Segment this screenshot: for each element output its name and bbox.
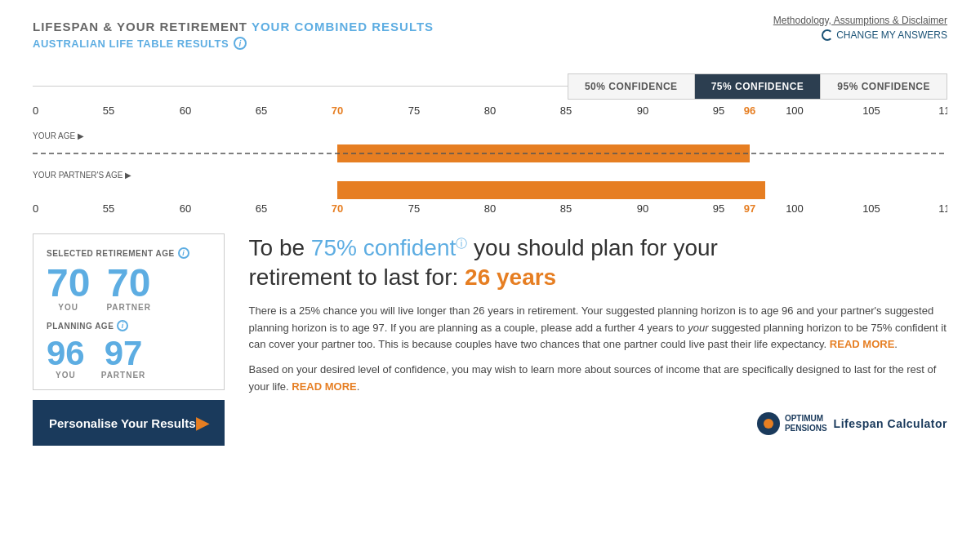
age-label-top-110: 110 bbox=[938, 104, 947, 117]
age-label-bot-105: 105 bbox=[862, 202, 880, 214]
tab-50-confidence[interactable]: 50% CONFIDENCE bbox=[568, 74, 695, 99]
refresh-icon bbox=[822, 29, 833, 41]
read-more-2-link[interactable]: READ MORE bbox=[292, 380, 356, 393]
retirement-ages: 70 YOU 70 PARTNER bbox=[47, 264, 211, 312]
personalise-button[interactable]: Personalise Your Results ▶ bbox=[33, 400, 225, 446]
age-label-top-95: 95 bbox=[713, 104, 724, 117]
age-label-top-90: 90 bbox=[637, 104, 648, 117]
age-label-bot-110: 110 bbox=[938, 202, 947, 214]
bottom-section: SELECTED RETIREMENT AGE i 70 YOU 70 PART… bbox=[33, 233, 947, 446]
age-label-bot-100: 100 bbox=[786, 202, 804, 214]
years-highlight: 26 years bbox=[465, 264, 556, 290]
age-label-bot-75: 75 bbox=[408, 202, 420, 214]
age-label-bot-80: 80 bbox=[484, 202, 496, 214]
planning-ages: 96 YOU 97 PARTNER bbox=[47, 336, 211, 380]
age-label-top-55: 55 bbox=[103, 104, 114, 117]
subtitle-info-icon[interactable]: i bbox=[234, 37, 247, 50]
partner-age-bar bbox=[337, 181, 765, 199]
age-label-top-65: 65 bbox=[256, 104, 267, 117]
product-name: Lifespan Calculator bbox=[834, 417, 947, 430]
timeline-section: 50 55 60 65 70 75 80 85 90 95 96 100 105… bbox=[33, 100, 947, 217]
age-label-top-80: 80 bbox=[484, 104, 496, 117]
company-name: OPTIMUMPENSIONS bbox=[785, 414, 827, 433]
planning-age-partner: 97 PARTNER bbox=[101, 336, 146, 380]
retirement-info-icon[interactable]: i bbox=[178, 247, 189, 259]
logo-circle-inner bbox=[764, 419, 773, 429]
age-label-top-85: 85 bbox=[560, 104, 572, 117]
confidence-tabs: 50% CONFIDENCE 75% CONFIDENCE 95% CONFID… bbox=[568, 73, 947, 100]
arrow-right-icon: ▶ bbox=[196, 413, 208, 433]
age-label-bot-55: 55 bbox=[103, 202, 114, 214]
page-container: Methodology, Assumptions & Disclaimer CH… bbox=[0, 0, 980, 551]
age-label-top-105: 105 bbox=[862, 104, 880, 117]
planning-age-you: 96 YOU bbox=[47, 336, 85, 380]
planning-age-label: PLANNING AGE i bbox=[47, 320, 211, 331]
read-more-1-link[interactable]: READ MORE bbox=[830, 338, 894, 350]
age-label-bot-65: 65 bbox=[256, 202, 267, 214]
age-label-bot-97: 97 bbox=[744, 202, 755, 214]
age-label-bot-90: 90 bbox=[637, 202, 648, 214]
age-label-bot-85: 85 bbox=[560, 202, 572, 214]
left-panel: SELECTED RETIREMENT AGE i 70 YOU 70 PART… bbox=[33, 233, 225, 446]
age-label-top-60: 60 bbox=[180, 104, 191, 117]
age-label-bot-70: 70 bbox=[332, 202, 343, 214]
your-age-label: YOUR AGE ▶ bbox=[33, 131, 84, 140]
age-label-bot-50: 50 bbox=[33, 202, 38, 214]
planning-info-icon[interactable]: i bbox=[117, 320, 128, 331]
timeline-svg: 50 55 60 65 70 75 80 85 90 95 96 100 105… bbox=[33, 100, 947, 214]
description-1: There is a 25% chance you will live long… bbox=[249, 303, 947, 353]
selected-retirement-label: SELECTED RETIREMENT AGE i bbox=[47, 247, 211, 259]
optimum-pensions-logo: OPTIMUMPENSIONS bbox=[757, 412, 827, 435]
partner-age-label: YOUR PARTNER'S AGE ▶ bbox=[33, 171, 131, 180]
age-label-top-100: 100 bbox=[786, 104, 804, 117]
retirement-age-partner: 70 PARTNER bbox=[106, 264, 151, 312]
retirement-age-you: 70 YOU bbox=[47, 264, 90, 312]
age-label-bot-95: 95 bbox=[713, 202, 724, 214]
planning-age-section: PLANNING AGE i 96 YOU 97 PARTNER bbox=[47, 320, 211, 380]
title-blue-part: YOUR COMBINED RESULTS bbox=[252, 20, 434, 33]
age-label-top-50: 50 bbox=[33, 104, 38, 117]
age-label-top-70: 70 bbox=[332, 104, 343, 117]
age-label-top-75: 75 bbox=[408, 104, 420, 117]
retirement-info-box: SELECTED RETIREMENT AGE i 70 YOU 70 PART… bbox=[33, 233, 225, 390]
age-label-top-96: 96 bbox=[744, 104, 755, 117]
main-heading: To be 75% confidentⓘ you should plan for… bbox=[249, 233, 947, 293]
change-answers-link[interactable]: CHANGE MY ANSWERS bbox=[773, 29, 947, 41]
confidence-info-icon[interactable]: ⓘ bbox=[456, 237, 467, 250]
age-label-bot-60: 60 bbox=[180, 202, 191, 214]
description-2: Based on your desired level of confidenc… bbox=[249, 362, 947, 396]
methodology-link[interactable]: Methodology, Assumptions & Disclaimer bbox=[773, 15, 947, 26]
tab-75-confidence[interactable]: 75% CONFIDENCE bbox=[695, 74, 822, 99]
logo-circle bbox=[757, 412, 780, 435]
confidence-text: 75% confidentⓘ bbox=[311, 235, 467, 260]
footer-logo: OPTIMUMPENSIONS Lifespan Calculator bbox=[249, 412, 947, 435]
top-right-links: Methodology, Assumptions & Disclaimer CH… bbox=[773, 15, 947, 41]
title-gray-part: LIFESPAN & YOUR RETIREMENT bbox=[33, 20, 247, 33]
tab-95-confidence[interactable]: 95% CONFIDENCE bbox=[821, 74, 947, 99]
right-panel: To be 75% confidentⓘ you should plan for… bbox=[249, 233, 947, 446]
